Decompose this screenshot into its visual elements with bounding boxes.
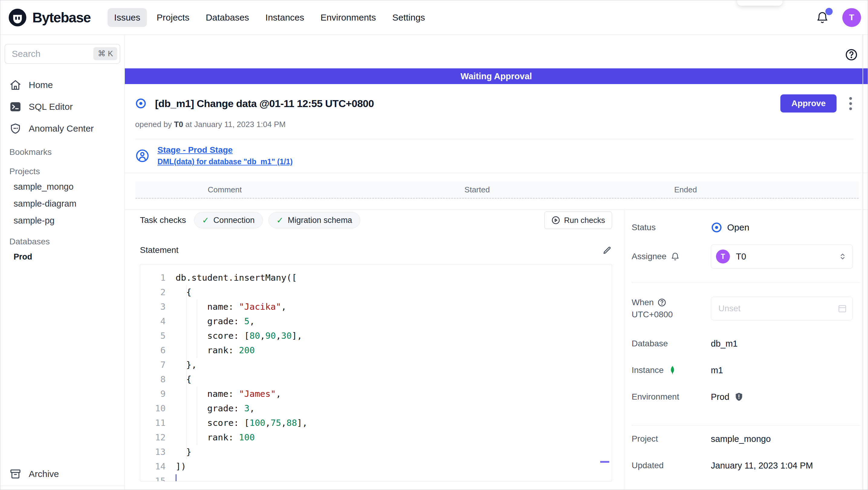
sidebar-project-sample-diagram[interactable]: sample-diagram: [0, 195, 125, 212]
issue-meta: opened by T0 at January 11, 2023 1:04 PM: [135, 120, 854, 129]
check-chip-label: Connection: [213, 215, 255, 225]
code-line: 8 {: [140, 372, 612, 386]
code-text: [166, 474, 176, 482]
stage-section: Stage - Prod Stage DML(data) for databas…: [125, 139, 868, 173]
instance-value[interactable]: m1: [711, 365, 723, 375]
code-line: 11 score: [100,75,88],: [140, 415, 612, 430]
when-timezone: UTC+0800: [632, 310, 673, 319]
sidebar-item-home[interactable]: Home: [0, 74, 125, 96]
check-chip-connection[interactable]: ✓ Connection: [194, 212, 263, 228]
check-chip-migration-schema[interactable]: ✓ Migration schema: [268, 212, 361, 228]
column-header-comment: Comment: [208, 185, 242, 195]
statement-label: Statement: [140, 245, 179, 255]
meta-at: at: [185, 120, 192, 129]
line-number: 15: [140, 474, 166, 482]
approve-button[interactable]: Approve: [780, 94, 837, 113]
sidebar-item-archive[interactable]: Archive: [0, 462, 125, 486]
statement-code-editor[interactable]: 1db.student.insertMany([2 {3 name: "Jaci…: [140, 264, 612, 482]
database-label: Database: [632, 339, 711, 348]
line-number: 5: [140, 328, 166, 343]
environment-row: Environment Prod: [632, 392, 860, 402]
status-row: Status Open: [632, 221, 860, 234]
code-line: 15: [140, 474, 612, 482]
column-header-ended: Ended: [674, 185, 697, 195]
archive-icon: [9, 468, 22, 480]
editor-cursor: [176, 474, 177, 482]
help-circle-icon[interactable]: [845, 48, 858, 61]
line-number: 4: [140, 314, 166, 328]
sidebar-section-bookmarks: Bookmarks: [0, 147, 125, 157]
when-label: When: [632, 296, 654, 309]
stage-link[interactable]: Stage - Prod Stage: [157, 145, 292, 155]
search-shortcut-badge: ⌘ K: [93, 47, 117, 60]
tab-environments[interactable]: Environments: [314, 8, 383, 27]
code-line: 12 rank: 100: [140, 430, 612, 444]
sidebar-project-sample-pg[interactable]: sample-pg: [0, 212, 125, 229]
line-number: 1: [140, 270, 166, 285]
code-line: 13 }: [140, 444, 612, 459]
bytebase-logo[interactable]: Bytebase: [8, 8, 91, 27]
task-link[interactable]: DML(data) for database "db_m1" (1/1): [157, 157, 292, 166]
instance-row: Instance m1: [632, 365, 860, 376]
line-number: 8: [140, 372, 166, 386]
code-line: 6 rank: 200: [140, 343, 612, 357]
calendar-icon[interactable]: [837, 304, 847, 314]
terminal-icon: [9, 101, 22, 113]
sidebar-item-label: SQL Editor: [29, 102, 73, 112]
tab-settings[interactable]: Settings: [385, 8, 432, 27]
issue-title: [db_m1] Change data @01-11 12:55 UTC+080…: [155, 98, 374, 110]
sidebar-section-databases: Databases: [0, 237, 125, 247]
when-input[interactable]: [711, 297, 853, 320]
check-chip-label: Migration schema: [288, 215, 352, 225]
environment-value[interactable]: Prod: [711, 392, 729, 402]
run-checks-button[interactable]: Run checks: [544, 211, 612, 229]
assignee-select[interactable]: T T0: [711, 244, 853, 268]
tab-projects[interactable]: Projects: [150, 8, 196, 27]
sidebar-item-sql-editor[interactable]: SQL Editor: [0, 96, 125, 118]
issue-header: [db_m1] Change data @01-11 12:55 UTC+080…: [125, 84, 868, 139]
code-text: grade: 3,: [166, 401, 255, 415]
project-value[interactable]: sample_mongo: [711, 434, 771, 444]
code-line: 10 grade: 3,: [140, 401, 612, 415]
help-bar: [125, 35, 868, 68]
sidebar-database-prod[interactable]: Prod: [0, 248, 125, 265]
tab-instances[interactable]: Instances: [259, 8, 311, 27]
sidebar-project-sample-mongo[interactable]: sample_mongo: [0, 178, 125, 195]
code-line: 1db.student.insertMany([: [140, 270, 612, 285]
scrollbar[interactable]: [863, 35, 863, 490]
home-icon: [9, 79, 22, 91]
app-window: Bytebase Issues Projects Databases Insta…: [0, 0, 868, 490]
statement-row: Statement: [140, 245, 612, 255]
when-input-wrap: [711, 297, 853, 320]
meta-timestamp: January 11, 2023 1:04 PM: [194, 120, 286, 129]
divider: [632, 425, 860, 426]
sidebar-item-label: Anomaly Center: [29, 123, 94, 134]
protected-shield-icon: [734, 392, 744, 402]
user-avatar[interactable]: T: [842, 8, 861, 27]
tab-issues[interactable]: Issues: [107, 8, 147, 27]
code-text: {: [166, 372, 191, 386]
line-number: 7: [140, 357, 166, 372]
sidebar-section-projects: Projects: [0, 167, 125, 176]
code-text: score: [100,75,88],: [166, 415, 308, 430]
nav-right: T: [816, 8, 861, 27]
notification-bell-button[interactable]: [816, 10, 829, 25]
line-number: 2: [140, 285, 166, 299]
code-line: 3 name: "Jacika",: [140, 299, 612, 314]
code-text: }: [166, 444, 191, 459]
code-line: 2 {: [140, 285, 612, 299]
project-row: Project sample_mongo: [632, 433, 860, 444]
database-row: Database db_m1: [632, 338, 860, 349]
edit-pencil-icon[interactable]: [602, 245, 612, 255]
shield-alert-icon: [9, 122, 22, 135]
more-options-button[interactable]: [847, 95, 854, 112]
code-line: 5 score: [80,90,30],: [140, 328, 612, 343]
assignee-label: Assignee: [632, 252, 666, 261]
database-value[interactable]: db_m1: [711, 339, 738, 349]
line-number: 3: [140, 299, 166, 314]
updated-label: Updated: [632, 461, 711, 470]
tab-databases[interactable]: Databases: [199, 8, 256, 27]
when-row: When UTC+0800: [632, 296, 860, 321]
sidebar-item-anomaly-center[interactable]: Anomaly Center: [0, 118, 125, 139]
code-text: name: "James",: [166, 386, 281, 401]
